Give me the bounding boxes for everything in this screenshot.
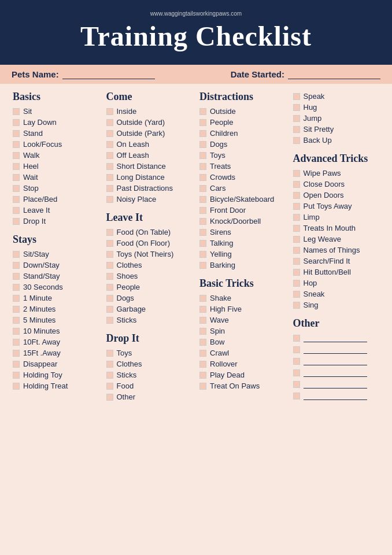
checkbox[interactable] [293, 137, 300, 144]
other-input-line-1[interactable] [304, 346, 367, 354]
checkbox[interactable] [106, 383, 113, 390]
checkbox[interactable] [106, 262, 113, 269]
other-input-line-2[interactable] [304, 357, 367, 365]
checkbox[interactable] [199, 240, 206, 247]
checkbox[interactable] [106, 317, 113, 324]
checkbox[interactable] [199, 361, 206, 368]
checkbox[interactable] [199, 163, 206, 170]
other-checkbox-1[interactable] [293, 346, 300, 353]
other-input-line-0[interactable] [304, 334, 367, 342]
checkbox[interactable] [293, 203, 300, 210]
checkbox[interactable] [199, 251, 206, 258]
checkbox[interactable] [199, 152, 206, 159]
checkbox[interactable] [106, 130, 113, 137]
checkbox[interactable] [199, 350, 206, 357]
other-input-line-4[interactable] [304, 380, 367, 388]
checkbox[interactable] [293, 192, 300, 199]
checkbox[interactable] [199, 229, 206, 236]
checkbox[interactable] [13, 119, 20, 126]
checkbox[interactable] [293, 280, 300, 287]
checkbox[interactable] [13, 262, 20, 269]
other-input-line-3[interactable] [304, 369, 367, 377]
checkbox[interactable] [13, 383, 20, 390]
checkbox[interactable] [199, 306, 206, 313]
checkbox[interactable] [293, 93, 300, 100]
checkbox[interactable] [13, 185, 20, 192]
checkbox[interactable] [13, 284, 20, 291]
checkbox[interactable] [199, 262, 206, 269]
checkbox[interactable] [13, 207, 20, 214]
checkbox[interactable] [106, 229, 113, 236]
checkbox[interactable] [13, 273, 20, 280]
checkbox[interactable] [13, 130, 20, 137]
checkbox[interactable] [13, 108, 20, 115]
checkbox[interactable] [106, 108, 113, 115]
checkbox[interactable] [106, 350, 113, 357]
checkbox[interactable] [293, 104, 300, 111]
checkbox[interactable] [13, 361, 20, 368]
checkbox[interactable] [293, 302, 300, 309]
checkbox[interactable] [13, 152, 20, 159]
checkbox[interactable] [106, 240, 113, 247]
checkbox[interactable] [106, 394, 113, 401]
checkbox[interactable] [13, 163, 20, 170]
checkbox[interactable] [13, 372, 20, 379]
checkbox[interactable] [199, 196, 206, 203]
other-input-line-5[interactable] [304, 392, 367, 400]
checkbox[interactable] [106, 196, 113, 203]
checkbox[interactable] [13, 328, 20, 335]
checkbox[interactable] [293, 225, 300, 232]
checkbox[interactable] [199, 295, 206, 302]
checkbox[interactable] [106, 163, 113, 170]
other-checkbox-5[interactable] [293, 393, 300, 399]
checkbox[interactable] [106, 174, 113, 181]
checkbox[interactable] [106, 273, 113, 280]
checkbox[interactable] [293, 258, 300, 265]
checkbox[interactable] [13, 174, 20, 181]
checkbox[interactable] [199, 383, 206, 390]
checkbox[interactable] [293, 181, 300, 188]
checkbox[interactable] [106, 141, 113, 148]
checkbox[interactable] [293, 291, 300, 298]
checkbox[interactable] [199, 317, 206, 324]
checkbox[interactable] [199, 328, 206, 335]
checkbox[interactable] [13, 339, 20, 346]
checkbox[interactable] [106, 185, 113, 192]
other-checkbox-2[interactable] [293, 358, 300, 365]
checkbox[interactable] [293, 170, 300, 177]
checkbox[interactable] [293, 247, 300, 254]
checkbox[interactable] [106, 119, 113, 126]
checkbox[interactable] [199, 339, 206, 346]
checkbox[interactable] [199, 372, 206, 379]
checkbox[interactable] [106, 251, 113, 258]
checkbox[interactable] [293, 115, 300, 122]
checkbox[interactable] [13, 317, 20, 324]
checkbox[interactable] [13, 295, 20, 302]
other-checkbox-4[interactable] [293, 381, 300, 388]
other-checkbox-3[interactable] [293, 369, 300, 376]
other-checkbox-0[interactable] [293, 335, 300, 342]
checkbox[interactable] [293, 214, 300, 221]
checkbox[interactable] [13, 350, 20, 357]
checkbox[interactable] [199, 207, 206, 214]
checkbox[interactable] [199, 141, 206, 148]
checkbox[interactable] [106, 372, 113, 379]
checkbox[interactable] [13, 218, 20, 225]
checkbox[interactable] [106, 152, 113, 159]
checkbox[interactable] [13, 251, 20, 258]
checkbox[interactable] [106, 284, 113, 291]
checkbox[interactable] [293, 269, 300, 276]
checkbox[interactable] [199, 185, 206, 192]
checkbox[interactable] [13, 141, 20, 148]
checkbox[interactable] [13, 306, 20, 313]
checkbox[interactable] [106, 306, 113, 313]
date-started-line[interactable] [288, 70, 380, 79]
checkbox[interactable] [199, 108, 206, 115]
checkbox[interactable] [199, 130, 206, 137]
checkbox[interactable] [199, 218, 206, 225]
checkbox[interactable] [293, 126, 300, 133]
pets-name-line[interactable] [62, 70, 155, 79]
checkbox[interactable] [106, 361, 113, 368]
checkbox[interactable] [199, 119, 206, 126]
checkbox[interactable] [13, 196, 20, 203]
